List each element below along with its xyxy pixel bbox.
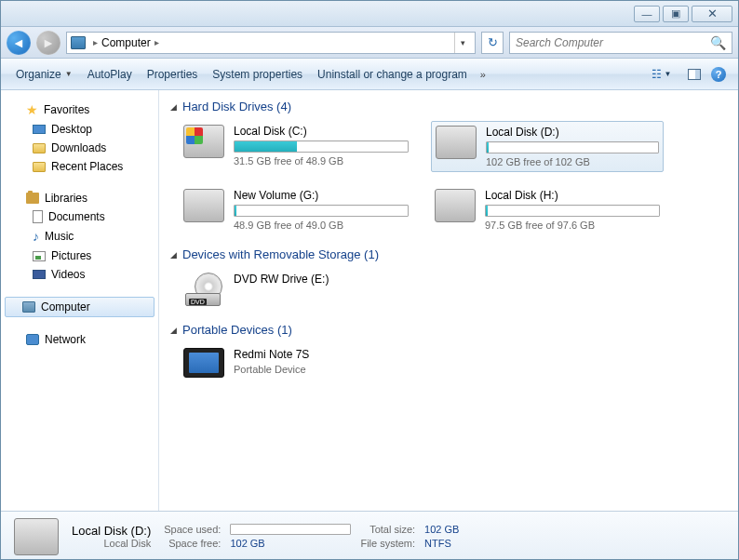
drive-free-text: 102 GB free of 102 GB	[486, 156, 659, 167]
sidebar-item-documents[interactable]: Documents	[1, 207, 158, 226]
details-fs-label: File system:	[360, 538, 415, 549]
drive-local-disk-c[interactable]: Local Disk (C:) 31.5 GB free of 48.9 GB	[180, 121, 412, 172]
folder-icon	[33, 162, 46, 172]
sidebar-favorites[interactable]: ★Favorites	[1, 100, 158, 120]
sidebar-item-music[interactable]: ♪Music	[1, 226, 158, 247]
drive-space-bar	[234, 140, 409, 153]
details-type: Local Disk	[72, 538, 151, 549]
drive-space-bar	[486, 141, 659, 153]
navigation-bar: ◄ ► ▸ Computer ▸ ▾ ↻ 🔍	[1, 27, 738, 59]
details-pane: Local Disk (D:) Local Disk Space used: T…	[1, 511, 738, 560]
section-removable-storage[interactable]: ◢Devices with Removable Storage (1)	[170, 247, 727, 261]
star-icon: ★	[26, 102, 38, 117]
breadcrumb-separator[interactable]: ▸	[155, 37, 159, 47]
sidebar-item-downloads[interactable]: Downloads	[1, 139, 158, 157]
back-button[interactable]: ◄	[7, 31, 31, 55]
collapse-icon: ◢	[170, 102, 177, 112]
details-total-value: 102 GB	[424, 524, 459, 535]
section-portable-devices[interactable]: ◢Portable Devices (1)	[170, 323, 727, 337]
drive-name: Local Disk (D:)	[486, 126, 659, 139]
network-icon	[26, 334, 39, 345]
preview-pane-button[interactable]	[682, 63, 706, 86]
folder-icon	[33, 143, 46, 153]
drive-icon	[436, 126, 477, 159]
breadcrumb-text[interactable]: Computer	[101, 36, 151, 49]
properties-button[interactable]: Properties	[140, 64, 206, 85]
computer-icon	[22, 301, 35, 313]
drive-local-disk-h[interactable]: Local Disk (H:) 97.5 GB free of 97.6 GB	[431, 185, 664, 234]
help-icon: ?	[711, 67, 726, 82]
drive-dvd-rw[interactable]: DVD DVD RW Drive (E:)	[180, 269, 412, 310]
drive-new-volume-g[interactable]: New Volume (G:) 48.9 GB free of 49.0 GB	[180, 185, 412, 234]
details-free-value: 102 GB	[230, 538, 351, 549]
sidebar-item-recent-places[interactable]: Recent Places	[1, 157, 158, 176]
overflow-button[interactable]: »	[475, 65, 491, 84]
collapse-icon: ◢	[170, 326, 177, 335]
device-type: Portable Device	[234, 364, 409, 375]
details-free-label: Space free:	[164, 538, 221, 549]
refresh-button[interactable]: ↻	[481, 32, 504, 54]
details-used-label: Space used:	[164, 524, 221, 535]
collapse-icon: ◢	[170, 250, 177, 260]
address-dropdown[interactable]: ▾	[454, 33, 471, 53]
titlebar: — ▣ ✕	[1, 1, 738, 27]
search-icon: 🔍	[710, 35, 726, 50]
sidebar-item-pictures[interactable]: Pictures	[1, 247, 158, 265]
phone-icon	[183, 348, 224, 378]
autoplay-button[interactable]: AutoPlay	[80, 64, 140, 85]
videos-icon	[33, 270, 46, 279]
search-input[interactable]	[516, 36, 710, 49]
drive-name: DVD RW Drive (E:)	[234, 273, 409, 286]
details-total-label: Total size:	[360, 524, 415, 535]
desktop-icon	[33, 125, 46, 134]
drive-free-text: 48.9 GB free of 49.0 GB	[234, 220, 409, 231]
drive-space-bar	[485, 205, 660, 217]
forward-button[interactable]: ►	[36, 31, 60, 55]
navigation-sidebar: ★Favorites Desktop Downloads Recent Plac…	[1, 90, 159, 511]
details-fs-value: NTFS	[424, 538, 459, 549]
sidebar-item-computer[interactable]: Computer	[5, 297, 155, 317]
drive-space-bar	[234, 205, 409, 217]
search-box[interactable]: 🔍	[509, 32, 732, 54]
drive-icon	[183, 125, 224, 158]
window-close-button[interactable]: ✕	[692, 6, 732, 22]
system-properties-button[interactable]: System properties	[205, 64, 310, 85]
drive-name: New Volume (G:)	[234, 189, 409, 202]
sidebar-item-network[interactable]: Network	[1, 330, 158, 349]
details-name: Local Disk (D:)	[72, 524, 151, 538]
uninstall-button[interactable]: Uninstall or change a program	[310, 64, 475, 85]
breadcrumb-separator: ▸	[93, 37, 98, 47]
sidebar-item-videos[interactable]: Videos	[1, 265, 158, 284]
window-minimize-button[interactable]: —	[634, 6, 660, 22]
details-used-bar	[230, 524, 351, 535]
drive-name: Local Disk (C:)	[234, 125, 409, 138]
details-drive-icon	[14, 518, 59, 555]
document-icon	[33, 210, 43, 223]
pictures-icon	[33, 251, 46, 261]
section-hard-disk-drives[interactable]: ◢Hard Disk Drives (4)	[170, 100, 727, 113]
window-maximize-button[interactable]: ▣	[663, 6, 689, 22]
drive-free-text: 31.5 GB free of 48.9 GB	[234, 155, 409, 167]
drive-name: Local Disk (H:)	[485, 189, 660, 202]
music-icon: ♪	[33, 229, 39, 244]
address-bar[interactable]: ▸ Computer ▸ ▾	[66, 32, 476, 54]
drive-icon	[435, 189, 476, 222]
view-options-button[interactable]: ☷▼	[639, 63, 682, 86]
drive-free-text: 97.5 GB free of 97.6 GB	[485, 220, 660, 231]
dvd-drive-icon: DVD	[183, 273, 224, 306]
device-name: Redmi Note 7S	[234, 348, 409, 361]
help-button[interactable]: ?	[706, 63, 731, 86]
chevron-down-icon: ▼	[65, 70, 73, 78]
computer-icon	[71, 36, 86, 49]
sidebar-item-desktop[interactable]: Desktop	[1, 120, 158, 139]
device-redmi-note-7s[interactable]: Redmi Note 7S Portable Device	[180, 344, 412, 381]
command-bar: Organize▼ AutoPlay Properties System pro…	[1, 59, 738, 90]
drive-local-disk-d[interactable]: Local Disk (D:) 102 GB free of 102 GB	[431, 121, 664, 172]
drive-icon	[183, 189, 224, 222]
sidebar-libraries[interactable]: Libraries	[1, 189, 158, 207]
libraries-icon	[26, 193, 39, 204]
content-pane: ◢Hard Disk Drives (4) Local Disk (C:) 31…	[159, 90, 738, 511]
organize-button[interactable]: Organize▼	[8, 64, 80, 85]
